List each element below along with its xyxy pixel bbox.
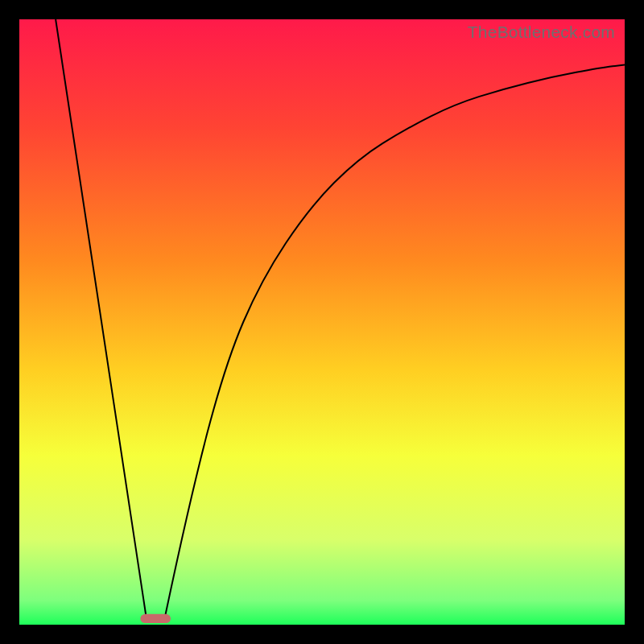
- watermark-text: TheBottleneck.com: [468, 23, 615, 42]
- minimum-marker: [140, 614, 171, 623]
- chart-svg: [19, 19, 625, 625]
- gradient-background: [19, 19, 625, 625]
- chart-frame: TheBottleneck.com: [19, 19, 625, 625]
